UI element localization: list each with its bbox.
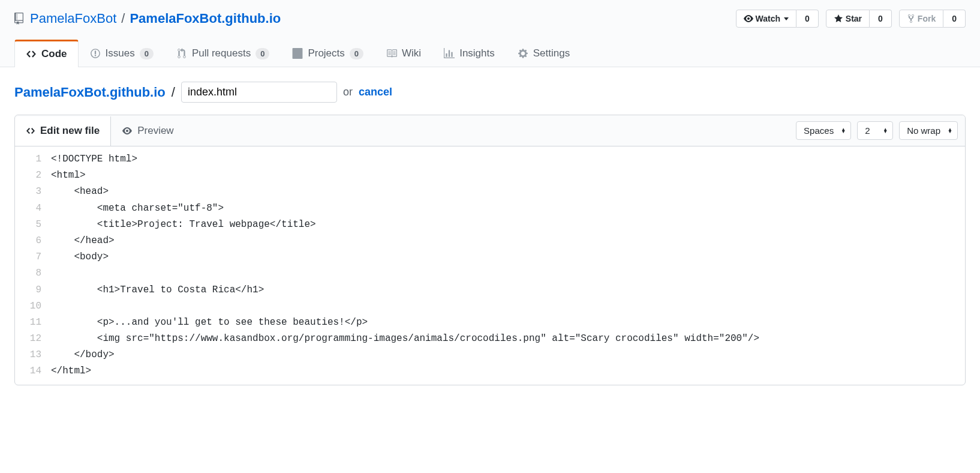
tab-settings[interactable]: Settings [506, 40, 581, 67]
tab-label: Edit new file [40, 125, 100, 137]
fork-label: Fork [918, 14, 936, 23]
issues-icon [90, 48, 101, 59]
tab-label: Issues [106, 47, 135, 59]
code-content[interactable]: <!DOCTYPE html><html> <head> <meta chars… [51, 151, 965, 380]
gear-icon [518, 48, 528, 59]
fork-button[interactable]: Fork [899, 10, 943, 28]
tab-label: Pull requests [192, 47, 251, 59]
indent-size-select[interactable]: 2 ▲▼ [857, 121, 893, 140]
watch-label: Watch [756, 14, 780, 23]
code-icon [26, 126, 35, 136]
repo-tabs: Code Issues 0 Pull requests 0 Projects 0… [14, 40, 966, 67]
select-value: 2 [865, 125, 870, 136]
tab-label: Projects [308, 47, 344, 59]
caret-icon [784, 17, 789, 20]
tab-count: 0 [255, 48, 269, 59]
fork-icon [907, 14, 915, 23]
filename-input[interactable] [181, 82, 337, 103]
star-icon [834, 14, 843, 23]
star-button[interactable]: Star [826, 10, 870, 28]
repo-icon [14, 13, 26, 25]
pr-icon [176, 48, 187, 59]
star-label: Star [846, 14, 862, 23]
or-text: or [343, 86, 353, 98]
tab-label: Code [41, 48, 67, 60]
select-value: Spaces [804, 125, 834, 136]
wrap-mode-select[interactable]: No wrap ▲▼ [899, 121, 958, 140]
tab-issues[interactable]: Issues 0 [79, 40, 165, 67]
tab-pull-requests[interactable]: Pull requests 0 [165, 40, 281, 67]
breadcrumb-repo-link[interactable]: PamelaFoxBot.github.io [14, 85, 166, 100]
tab-count: 0 [140, 48, 154, 59]
indent-mode-select[interactable]: Spaces ▲▼ [796, 121, 851, 140]
project-icon [292, 48, 303, 59]
code-editor[interactable]: 1234567891011121314 <!DOCTYPE html><html… [15, 146, 965, 385]
line-numbers: 1234567891011121314 [15, 151, 51, 380]
book-icon [386, 48, 397, 59]
tab-label: Settings [533, 47, 570, 59]
tab-code[interactable]: Code [14, 40, 79, 67]
cancel-link[interactable]: cancel [359, 86, 392, 98]
repo-title: PamelaFoxBot / PamelaFoxBot.github.io [14, 11, 281, 26]
tab-label: Insights [459, 47, 495, 59]
eye-icon [122, 126, 133, 136]
repo-name-link[interactable]: PamelaFoxBot.github.io [130, 11, 281, 26]
repo-actions: Watch 0 Star 0 Fork 0 [736, 10, 966, 28]
tab-label: Wiki [402, 47, 421, 59]
watch-button[interactable]: Watch [736, 10, 796, 28]
eye-icon [744, 14, 753, 23]
editor: Edit new file Preview Spaces ▲▼ 2 ▲▼ No … [14, 115, 966, 385]
breadcrumb: PamelaFoxBot.github.io / or cancel [14, 82, 966, 103]
code-icon [26, 49, 37, 59]
tab-count: 0 [350, 48, 363, 59]
tab-edit-file[interactable]: Edit new file [15, 116, 111, 146]
watch-count[interactable]: 0 [796, 10, 819, 28]
repo-owner-link[interactable]: PamelaFoxBot [30, 11, 116, 26]
separator: / [121, 11, 125, 26]
updown-icon: ▲▼ [841, 128, 846, 133]
tab-preview[interactable]: Preview [111, 116, 184, 145]
fork-count[interactable]: 0 [943, 10, 966, 28]
tab-projects[interactable]: Projects 0 [281, 40, 375, 67]
star-count[interactable]: 0 [870, 10, 892, 28]
tab-label: Preview [137, 125, 173, 137]
breadcrumb-sep: / [172, 85, 175, 100]
tab-insights[interactable]: Insights [432, 40, 506, 67]
updown-icon: ▲▼ [948, 128, 952, 133]
select-value: No wrap [907, 125, 940, 136]
tab-wiki[interactable]: Wiki [375, 40, 432, 67]
graph-icon [444, 48, 455, 59]
updown-icon: ▲▼ [883, 128, 888, 133]
